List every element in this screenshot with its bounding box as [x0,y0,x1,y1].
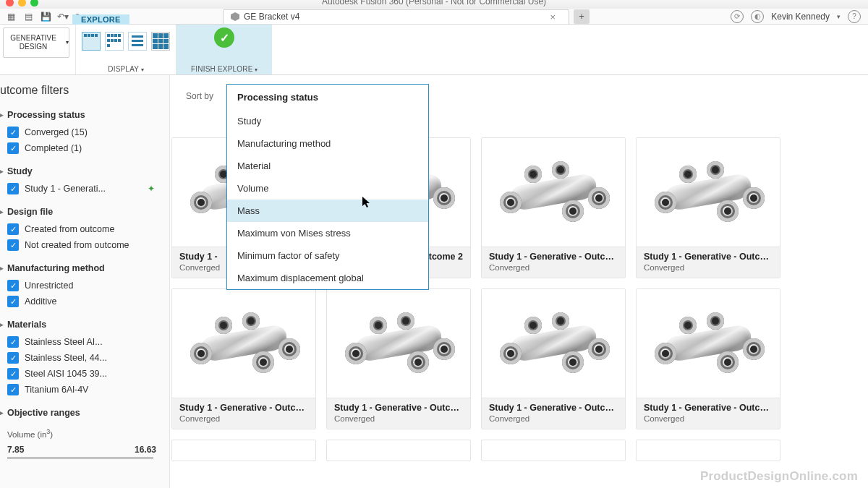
outcome-card-partial[interactable] [171,440,316,461]
display-panel-label[interactable]: DISPLAY [108,65,144,73]
file-icon[interactable]: ▤ [23,12,33,22]
checkbox-icon[interactable]: ✓ [7,223,19,235]
filter-material-1[interactable]: ✓Stainless Steel, 44... [0,350,161,366]
display-panel: DISPLAY [76,25,176,74]
checkbox-icon[interactable]: ✓ [7,296,19,307]
card-status: Converged [644,414,773,423]
outcome-thumb [482,289,625,398]
outcome-card-partial[interactable] [636,440,780,461]
save-icon[interactable]: 💾 [41,12,51,22]
display-grid-large-button[interactable] [82,32,101,51]
document-tabs: GE Bracket v4 × + [223,9,590,24]
outcome-card[interactable]: Study 1 - Generative - Outcome 9Converge… [636,288,780,429]
filter-group-manufacturing[interactable]: Manufacturing method [0,260,161,278]
filter-not-created-from-outcome[interactable]: ✓Not created from outcome [0,237,161,253]
help-icon[interactable]: ? [848,10,861,23]
watermark: ProductDesignOnline.com [700,469,858,484]
job-status-icon[interactable]: ◐ [751,10,764,23]
app-title: Autodesk Fusion 360 (Personal - Not for … [322,0,546,7]
display-list-button[interactable] [128,32,147,51]
sort-option-displacement[interactable]: Maximum displacement global [227,267,428,289]
close-tab-icon[interactable]: × [550,12,556,22]
title-bar: Autodesk Fusion 360 (Personal - Not for … [0,0,868,9]
sort-option-volume[interactable]: Volume [227,177,428,200]
filter-group-processing-status[interactable]: Processing status [0,107,161,124]
display-table-button[interactable] [151,32,170,51]
checkbox-icon[interactable]: ✓ [7,384,19,395]
range-slider[interactable] [7,458,153,458]
filter-converged[interactable]: ✓Converged (15) [0,124,161,140]
study-status-icon: ✦ [148,184,155,194]
outcome-card[interactable]: Study 1 - Generative - Outcome 7Converge… [326,288,471,429]
filter-completed[interactable]: ✓Completed (1) [0,140,161,156]
checkbox-icon[interactable]: ✓ [7,142,19,154]
sort-option-study[interactable]: Study [227,110,428,132]
context-tab-explore[interactable]: EXPLORE [72,14,129,25]
sort-selected[interactable]: Processing status [227,85,428,110]
outcome-thumb [637,138,780,247]
sort-by-label: Sort by [186,85,213,101]
outcome-card[interactable]: Study 1 - Generative - Outcome 8Converge… [481,288,626,429]
volume-max: 16.63 [135,445,156,455]
finish-explore-label[interactable]: FINISH EXPLORE [191,65,258,73]
outcome-card[interactable]: Study 1 - Generative - Outcome 4Converge… [481,137,626,278]
filter-group-design-file[interactable]: Design file [0,204,161,221]
workspace-panel: GENERATIVE DESIGN ▾ [0,25,76,74]
filter-study-1[interactable]: ✓Study 1 - Generati...✦ [0,181,161,197]
filter-unrestricted[interactable]: ✓Unrestricted [0,278,161,294]
finish-explore-button[interactable]: ✓ [214,27,234,48]
user-menu-caret-icon[interactable]: ▾ [837,13,841,20]
document-tab-label: GE Bracket v4 [244,12,299,22]
window-traffic-lights [6,0,38,7]
card-title: Study 1 - Generative - Outcome 7 [334,403,463,413]
outcome-card[interactable]: Study 1 - Generative - Outcome 6Converge… [171,288,316,429]
display-grid-small-button[interactable] [105,32,124,51]
outcome-thumb [172,289,315,398]
card-status: Converged [334,414,463,423]
workspace-label: GENERATIVE DESIGN [4,34,63,51]
document-tab[interactable]: GE Bracket v4 × [223,9,569,24]
outcome-card-partial[interactable] [481,440,626,461]
window-zoom-icon[interactable] [30,0,38,7]
window-minimize-icon[interactable] [18,0,26,7]
outcome-card[interactable]: Study 1 - Generative - Outcome 5Converge… [636,137,780,278]
checkbox-icon[interactable]: ✓ [7,336,19,348]
filter-material-2[interactable]: ✓Steel AISI 1045 39... [0,366,161,382]
checkbox-icon[interactable]: ✓ [7,368,19,380]
undo-icon[interactable]: ↶▾ [58,12,68,22]
filter-group-objective-ranges[interactable]: Objective ranges [0,405,161,422]
sort-option-material[interactable]: Material [227,155,428,177]
filter-material-3[interactable]: ✓Titanium 6Al-4V [0,382,161,398]
filter-group-materials[interactable]: Materials [0,317,161,334]
quick-access-row: ▦ ▤ 💾 ↶▾ ↷▾ GE Bracket v4 × + ⟳ ◐ Kevin … [0,9,868,25]
sort-option-manufacturing[interactable]: Manufacturing method [227,132,428,155]
outcome-card-partial[interactable] [326,440,471,461]
filter-material-0[interactable]: ✓Stainless Steel AI... [0,334,161,350]
chevron-down-icon: ▾ [66,39,69,46]
workspace-switcher[interactable]: GENERATIVE DESIGN ▾ [3,27,69,58]
user-name[interactable]: Kevin Kennedy [771,12,830,22]
filter-additive[interactable]: ✓Additive [0,294,161,309]
checkbox-icon[interactable]: ✓ [7,239,19,251]
card-status: Converged [179,414,308,423]
checkbox-icon[interactable]: ✓ [7,280,19,291]
sort-option-factor-safety[interactable]: Minimum factor of safety [227,244,428,267]
window-close-icon[interactable] [6,0,14,7]
app-grid-icon[interactable]: ▦ [6,12,16,22]
checkbox-icon[interactable]: ✓ [7,352,19,364]
card-title: Study 1 - Generative - Outcome 5 [644,252,773,262]
filter-created-from-outcome[interactable]: ✓Created from outcome [0,221,161,237]
checkbox-icon[interactable]: ✓ [7,127,19,138]
sort-by-dropdown[interactable]: Processing status Study Manufacturing me… [226,84,429,290]
checkbox-icon[interactable]: ✓ [7,183,19,194]
sort-option-von-mises[interactable]: Maximum von Mises stress [227,222,428,244]
card-title: Study 1 - Generative - Outcome 4 [489,252,618,262]
filter-group-study[interactable]: Study [0,163,161,181]
sort-option-mass[interactable]: Mass [227,200,428,222]
extensions-icon[interactable]: ⟳ [731,10,744,23]
outcome-filters-sidebar: utcome filters Processing status ✓Conver… [0,75,170,488]
finish-explore-panel: ✓ FINISH EXPLORE [176,25,272,74]
new-tab-button[interactable]: + [574,9,590,24]
outcome-thumb [637,289,780,398]
volume-range[interactable]: 7.85 16.63 [0,440,161,455]
